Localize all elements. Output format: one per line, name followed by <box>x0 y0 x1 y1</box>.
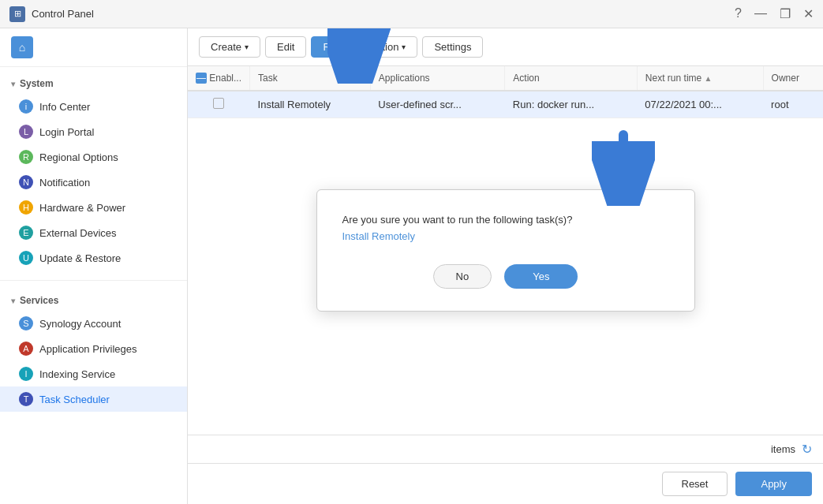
task-table: — Enabl... Task Applications Action Next… <box>188 66 823 118</box>
task-scheduler-label: Task Scheduler <box>39 394 110 405</box>
settings-button[interactable]: Settings <box>422 36 483 58</box>
dialog-no-button[interactable]: No <box>433 264 492 289</box>
col-owner: Owner <box>763 66 823 91</box>
col-action: Action <box>505 66 638 91</box>
dialog-overlay: Are you sure you want to run the followi… <box>188 66 823 435</box>
toolbar: Create ▾ Edit Run Action ▾ Settings <box>188 28 823 66</box>
update-restore-label: Update & Restore <box>39 252 121 264</box>
row-next-run-time: 07/22/2021 00:... <box>637 91 763 118</box>
col-minus-icon[interactable]: — <box>196 73 207 84</box>
sidebar-item-info-center[interactable]: i Info Center <box>0 94 187 119</box>
sidebar: ⌂ ▾ System i Info Center L Login Portal … <box>0 28 188 504</box>
sidebar-item-application-privileges[interactable]: A Application Privileges <box>0 336 187 361</box>
dialog-yes-button[interactable]: Yes <box>504 264 578 289</box>
confirm-dialog: Are you sure you want to run the followi… <box>316 189 695 312</box>
refresh-button[interactable]: ↻ <box>802 442 812 457</box>
create-dropdown-arrow: ▾ <box>245 43 249 51</box>
services-section: ▾ Services S Synology Account A Applicat… <box>0 284 187 418</box>
application-privileges-icon: A <box>19 342 33 356</box>
dialog-buttons: No Yes <box>342 264 669 289</box>
services-section-label: Services <box>20 295 58 306</box>
reset-button[interactable]: Reset <box>662 472 728 496</box>
action-button[interactable]: Action ▾ <box>358 36 417 58</box>
info-center-icon: i <box>19 99 33 114</box>
notification-label: Notification <box>39 177 90 189</box>
regional-options-label: Regional Options <box>39 151 118 163</box>
dialog-task-name: Install Remotely <box>342 230 415 242</box>
app-title: Control Panel <box>32 8 94 20</box>
external-devices-label: External Devices <box>39 227 117 239</box>
regional-options-icon: R <box>19 150 33 164</box>
content-area: Create ▾ Edit Run Action ▾ Settings — En… <box>188 28 823 504</box>
col-enable: — Enabl... <box>188 66 250 91</box>
login-portal-label: Login Portal <box>39 126 94 138</box>
system-section: ▾ System i Info Center L Login Portal R … <box>0 67 187 277</box>
title-bar: ⊞ Control Panel ? — ❐ ✕ <box>0 0 823 28</box>
application-privileges-label: Application Privileges <box>39 343 137 355</box>
app-icon: ⊞ <box>9 6 25 22</box>
collapse-icon: ▾ <box>11 80 15 88</box>
restore-button[interactable]: ❐ <box>780 6 791 21</box>
yes-arrow-annotation <box>592 127 655 206</box>
sidebar-item-login-portal[interactable]: L Login Portal <box>0 119 187 144</box>
info-center-label: Info Center <box>39 101 90 113</box>
table-container: — Enabl... Task Applications Action Next… <box>188 66 823 435</box>
run-button[interactable]: Run <box>311 36 354 58</box>
sidebar-item-regional-options[interactable]: R Regional Options <box>0 144 187 170</box>
footer-items-label: items <box>771 443 795 455</box>
system-section-header[interactable]: ▾ System <box>0 73 187 94</box>
sidebar-item-hardware-power[interactable]: H Hardware & Power <box>0 195 187 220</box>
row-applications: User-defined scr... <box>370 91 504 118</box>
hardware-power-icon: H <box>19 200 33 215</box>
col-task: Task <box>250 66 371 91</box>
update-restore-icon: U <box>19 251 33 265</box>
create-button[interactable]: Create ▾ <box>199 36 260 58</box>
row-task: Install Remotely <box>250 91 371 118</box>
window-controls: ? — ❐ ✕ <box>735 6 814 21</box>
synology-account-label: Synology Account <box>39 318 121 330</box>
title-bar-left: ⊞ Control Panel <box>9 6 94 22</box>
login-portal-icon: L <box>19 125 33 139</box>
apply-button[interactable]: Apply <box>735 472 812 496</box>
indexing-service-icon: I <box>19 367 33 381</box>
close-button[interactable]: ✕ <box>803 6 814 21</box>
table-header-row: — Enabl... Task Applications Action Next… <box>188 66 823 91</box>
main-layout: ⌂ ▾ System i Info Center L Login Portal … <box>0 28 823 504</box>
row-owner: root <box>763 91 823 118</box>
system-section-label: System <box>20 78 54 89</box>
sidebar-divider <box>0 280 187 281</box>
external-devices-icon: E <box>19 226 33 240</box>
notification-icon: N <box>19 175 33 189</box>
hardware-power-label: Hardware & Power <box>39 202 125 214</box>
bottom-bar: Reset Apply <box>188 463 823 504</box>
col-applications: Applications <box>370 66 504 91</box>
col-next-run-time: Next run time ▲ <box>637 66 763 91</box>
dialog-message: Are you sure you want to run the followi… <box>342 212 669 245</box>
home-button[interactable]: ⌂ <box>11 36 33 58</box>
sidebar-item-notification[interactable]: N Notification <box>0 170 187 195</box>
minimize-button[interactable]: — <box>754 6 767 21</box>
table-row[interactable]: Install Remotely User-defined scr... Run… <box>188 91 823 118</box>
sidebar-home: ⌂ <box>0 28 187 67</box>
services-collapse-icon: ▾ <box>11 297 15 305</box>
task-scheduler-icon: T <box>19 392 33 406</box>
sidebar-item-indexing-service[interactable]: I Indexing Service <box>0 361 187 386</box>
sort-arrow-icon: ▲ <box>705 74 713 83</box>
services-section-header[interactable]: ▾ Services <box>0 290 187 311</box>
sidebar-item-external-devices[interactable]: E External Devices <box>0 220 187 245</box>
indexing-service-label: Indexing Service <box>39 368 115 380</box>
sidebar-item-synology-account[interactable]: S Synology Account <box>0 311 187 336</box>
footer: items ↻ <box>188 435 823 463</box>
row-checkbox[interactable] <box>213 98 224 109</box>
sidebar-item-task-scheduler[interactable]: T Task Scheduler <box>0 386 187 412</box>
row-enable <box>188 91 250 118</box>
synology-account-icon: S <box>19 316 33 330</box>
row-action: Run: docker run... <box>505 91 638 118</box>
action-dropdown-arrow: ▾ <box>402 43 406 51</box>
sidebar-item-update-restore[interactable]: U Update & Restore <box>0 245 187 271</box>
edit-button[interactable]: Edit <box>265 36 306 58</box>
help-button[interactable]: ? <box>735 6 742 21</box>
